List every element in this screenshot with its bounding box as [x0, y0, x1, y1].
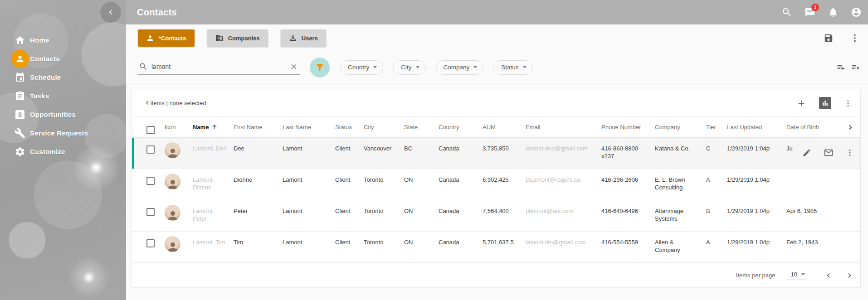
- chip-label: City: [401, 64, 411, 71]
- save-icon[interactable]: [824, 33, 834, 43]
- module-toolbar: *Contacts Companies Users: [126, 24, 868, 52]
- add-icon[interactable]: [796, 98, 806, 108]
- sidebar-item-label: Home: [30, 36, 49, 44]
- edit-icon[interactable]: [802, 148, 811, 157]
- row-checkbox[interactable]: [146, 208, 155, 216]
- column-header-tier[interactable]: Tier: [706, 124, 727, 131]
- page-size-select[interactable]: 10: [787, 271, 807, 280]
- table-row[interactable]: Lamont, Peter Peter Lamont Client Toront…: [132, 200, 860, 232]
- search-field[interactable]: [138, 60, 300, 75]
- cell-dob: [786, 169, 860, 200]
- sidebar-item-home[interactable]: Home: [0, 31, 126, 49]
- cell-phone: 416-554-5559: [601, 232, 655, 262]
- playlist-clear-icon[interactable]: [851, 63, 860, 72]
- column-header-first-name[interactable]: First Name: [234, 124, 283, 131]
- more-vert-icon[interactable]: [844, 99, 852, 107]
- scroll-columns-right-icon[interactable]: [846, 123, 855, 132]
- search-icon: [139, 62, 148, 71]
- row-checkbox[interactable]: [146, 145, 155, 154]
- column-header-phone[interactable]: Phone Number: [601, 124, 655, 131]
- cell-last-updated: 1/29/2019 1:04p: [727, 138, 786, 169]
- more-vert-icon[interactable]: [846, 149, 854, 157]
- bell-icon[interactable]: [828, 7, 839, 18]
- chevron-down-icon: [523, 66, 527, 68]
- contact-avatar[interactable]: [165, 236, 180, 252]
- gear-icon: [11, 143, 29, 161]
- table-row[interactable]: Lamont, Dionne Dionne Lamont Client Toro…: [132, 169, 860, 200]
- row-checkbox[interactable]: [146, 177, 155, 185]
- column-header-icon[interactable]: Icon: [165, 124, 193, 131]
- chevron-down-icon: [801, 273, 805, 276]
- cell-city: Vancouver: [364, 138, 404, 169]
- chip-label: Status: [501, 64, 518, 71]
- playlist-add-icon[interactable]: [837, 63, 845, 72]
- tab-contacts[interactable]: *Contacts: [138, 29, 195, 47]
- cell-phone: 416-860-8800 x237: [601, 138, 655, 169]
- filter-chip-company[interactable]: Company: [436, 60, 484, 75]
- sidebar-item-label: Schedule: [30, 73, 61, 81]
- filter-chip-country[interactable]: Country: [340, 60, 383, 75]
- select-all-checkbox[interactable]: [146, 126, 155, 134]
- table-row[interactable]: Lamont, Dee Dee Lamont Client Vancouver …: [132, 138, 860, 169]
- cell-name[interactable]: Lamont, Dionne: [193, 169, 234, 200]
- cell-country: Canada: [439, 232, 483, 262]
- search-icon[interactable]: [781, 7, 792, 18]
- sidebar-collapse-button[interactable]: [100, 2, 121, 23]
- previous-page-icon[interactable]: [824, 271, 833, 280]
- email-icon[interactable]: [824, 148, 834, 158]
- chat-icon[interactable]: 1: [805, 7, 815, 18]
- cell-email: lamont.tim@gmail.com: [526, 232, 601, 262]
- column-header-last-updated[interactable]: Last Updated: [727, 124, 786, 131]
- cell-state: ON: [404, 232, 439, 262]
- sidebar-item-opportunities[interactable]: $ Opportunities: [0, 105, 126, 124]
- cell-country: Canada: [439, 200, 483, 231]
- row-checkbox[interactable]: [146, 239, 155, 247]
- column-header-state[interactable]: State: [404, 124, 439, 131]
- contact-avatar[interactable]: [165, 205, 180, 221]
- contact-avatar[interactable]: [165, 142, 180, 158]
- cell-aum: 6,902,425: [483, 169, 526, 200]
- sidebar-nav: Home Contacts Schedule Tasks $ Opportuni…: [0, 31, 126, 161]
- cell-company: E. L. Brown Consulting: [655, 169, 706, 200]
- cell-name[interactable]: Lamont, Tim: [193, 232, 234, 262]
- bar-chart-icon[interactable]: [819, 97, 831, 109]
- more-vert-icon[interactable]: [850, 33, 860, 43]
- column-header-name[interactable]: Name: [193, 124, 234, 131]
- sort-ascending-icon: [211, 124, 218, 130]
- column-header-status[interactable]: Status: [335, 124, 364, 131]
- sidebar-item-label: Contacts: [30, 55, 60, 63]
- account-icon[interactable]: [851, 7, 862, 18]
- paginator: Items per page 10: [132, 263, 860, 287]
- clear-search-icon[interactable]: [290, 63, 298, 71]
- page-size-value: 10: [791, 271, 797, 278]
- column-header-company[interactable]: Company: [655, 124, 706, 131]
- tab-companies[interactable]: Companies: [207, 29, 268, 47]
- filter-toggle-button[interactable]: [310, 58, 330, 77]
- contact-avatar[interactable]: [165, 174, 180, 189]
- sidebar-item-service-requests[interactable]: Service Requests: [0, 124, 126, 142]
- cell-name[interactable]: Lamont, Dee: [193, 138, 234, 169]
- column-header-country[interactable]: Country: [439, 124, 483, 131]
- chevron-left-icon: [106, 8, 115, 17]
- cell-phone: 416-296-2606: [601, 169, 655, 200]
- sidebar-item-tasks[interactable]: Tasks: [0, 87, 126, 105]
- chevron-down-icon: [416, 66, 419, 68]
- cell-city: Toronto: [364, 200, 404, 231]
- filter-chip-city[interactable]: City: [393, 60, 425, 75]
- filter-chip-status[interactable]: Status: [493, 60, 532, 75]
- next-page-icon[interactable]: [845, 271, 854, 280]
- column-header-aum[interactable]: AUM: [483, 124, 526, 131]
- tab-users[interactable]: Users: [281, 29, 326, 47]
- column-header-email[interactable]: Email: [526, 124, 601, 131]
- cell-last-updated: 1/29/2019 1:04p: [727, 169, 786, 200]
- column-header-city[interactable]: City: [364, 124, 404, 131]
- sidebar-item-contacts[interactable]: Contacts: [0, 49, 126, 68]
- sidebar-item-label: Tasks: [30, 92, 49, 100]
- cell-first-name: Tim: [234, 232, 283, 262]
- sidebar-item-customize[interactable]: Customize: [0, 142, 126, 161]
- column-header-last-name[interactable]: Last Name: [283, 124, 335, 131]
- table-row[interactable]: Lamont, Tim Tim Lamont Client Toronto ON…: [132, 232, 860, 263]
- cell-name[interactable]: Lamont, Peter: [193, 200, 234, 231]
- search-input[interactable]: [151, 63, 286, 70]
- sidebar-item-schedule[interactable]: Schedule: [0, 68, 126, 87]
